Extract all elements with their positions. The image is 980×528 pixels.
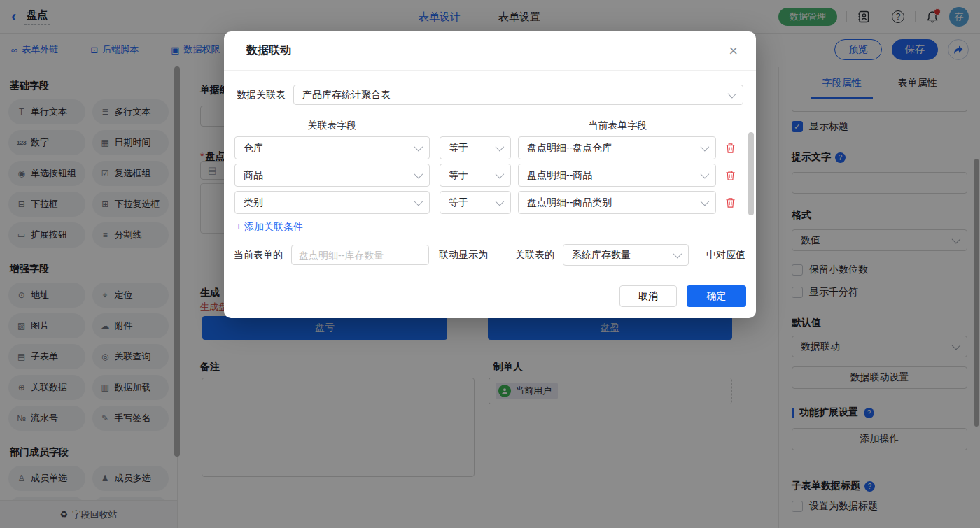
current-field-input[interactable] [291,245,429,265]
chevron-down-icon [701,170,710,179]
rel-field-select[interactable]: 类别 [234,191,430,214]
operator-select[interactable]: 等于 [440,164,511,187]
condition-row: 商品 等于 盘点明细--商品 [234,164,736,187]
chevron-down-icon [414,197,424,206]
corresponding-value-label: 中对应值 [706,249,746,262]
delete-condition-icon[interactable] [725,170,736,181]
form-field-select[interactable]: 盘点明细--商品 [518,164,716,187]
chevron-down-icon [496,143,505,152]
app-window: ‹ 盘点 表单设计 表单设置 数据管理 ? [0,0,980,528]
operator-select[interactable]: 等于 [440,136,511,159]
rel-field-select[interactable]: 仓库 [234,136,430,159]
data-linkage-modal: 数据联动 × 数据关联表 产品库存统计聚合表 关联表字段 当前表单字段 仓库 等… [224,31,756,318]
delete-condition-icon[interactable] [725,197,736,208]
condition-row: 类别 等于 盘点明细--商品类别 [234,191,736,214]
chevron-down-icon [673,250,682,259]
chevron-down-icon [414,143,424,152]
link-display-label: 联动显示为 [439,249,488,262]
add-condition-link[interactable]: + 添加关联条件 [236,221,303,234]
form-field-select[interactable]: 盘点明细--盘点仓库 [518,136,716,159]
rel-table-of-label: 关联表的 [515,249,554,262]
chevron-down-icon [496,197,505,206]
operator-select[interactable]: 等于 [440,191,511,214]
chevron-down-icon [496,170,505,179]
modal-scrollbar[interactable] [748,132,754,215]
column-header-left: 关联表字段 [234,120,430,132]
chevron-down-icon [701,143,710,152]
close-icon[interactable]: × [729,43,738,59]
rel-field-select[interactable]: 商品 [234,164,430,187]
linkage-rule-row: 当前表单的 联动显示为 关联表的 系统库存数量 中对应值 [234,244,746,266]
modal-title: 数据联动 [246,43,291,58]
rel-table-label: 数据关联表 [237,89,286,101]
cancel-button[interactable]: 取消 [620,285,677,307]
delete-condition-icon[interactable] [725,143,736,154]
chevron-down-icon [414,170,424,179]
form-field-select[interactable]: 盘点明细--商品类别 [518,191,716,214]
chevron-down-icon [701,197,710,206]
rel-table-select[interactable]: 产品库存统计聚合表 [293,85,743,105]
current-form-label: 当前表单的 [234,249,283,262]
chevron-down-icon [728,90,737,99]
rel-value-field-select[interactable]: 系统库存数量 [563,244,689,266]
column-header-right: 当前表单字段 [519,120,717,132]
condition-row: 仓库 等于 盘点明细--盘点仓库 [234,136,736,159]
confirm-button[interactable]: 确定 [687,285,746,307]
